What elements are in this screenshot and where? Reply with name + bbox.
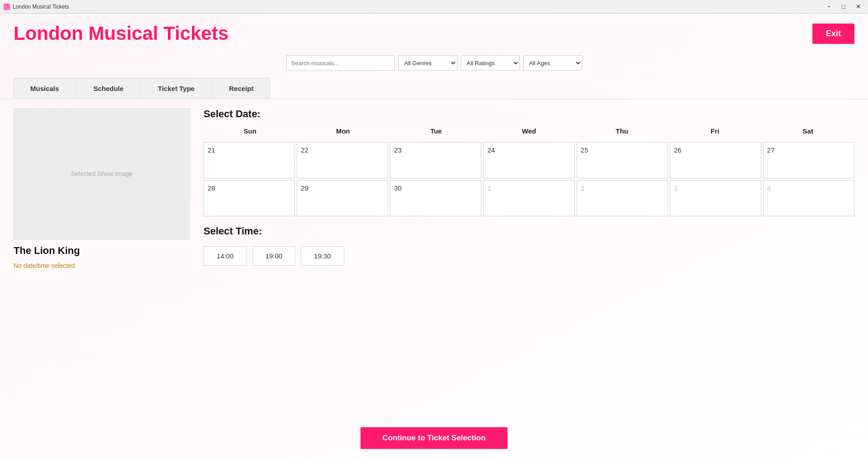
show-image: Selected Show Image [14, 108, 190, 239]
day-sat: Sat [761, 124, 854, 138]
app-header: London Musical Tickets Exit [0, 14, 868, 52]
ages-select[interactable]: All Ages Under 5 5+ 10+ 18+ [523, 55, 582, 71]
calendar-day-24[interactable]: 24 [483, 142, 574, 178]
right-panel: Select Date: Sun Mon Tue Wed Thu Fri Sat… [204, 108, 854, 411]
app-title: London Musical Tickets [14, 23, 228, 44]
calendar-grid: 21 22 23 24 25 26 27 28 29 30 1 2 3 [204, 142, 854, 216]
calendar-header: Sun Mon Tue Wed Thu Fri Sat [204, 124, 854, 138]
app-container: London Musical Tickets Exit All Genres M… [0, 14, 868, 458]
calendar-day-26[interactable]: 26 [670, 142, 761, 178]
time-buttons: 14:00 19:00 19:30 [204, 246, 854, 266]
calendar-day-30[interactable]: 30 [390, 180, 481, 216]
calendar-day-23[interactable]: 23 [390, 142, 481, 178]
date-section: Select Date: Sun Mon Tue Wed Thu Fri Sat… [204, 108, 854, 216]
calendar: Sun Mon Tue Wed Thu Fri Sat 21 22 23 24 [204, 124, 854, 216]
day-thu: Thu [575, 124, 669, 138]
left-panel: Selected Show Image The Lion King No dat… [14, 108, 190, 411]
footer: Continue to Ticket Selection [0, 420, 868, 458]
day-sun: Sun [204, 124, 297, 138]
close-button[interactable]: ✕ [852, 2, 864, 12]
calendar-day-1-next[interactable]: 1 [483, 180, 574, 216]
app-icon [4, 4, 10, 10]
calendar-day-22[interactable]: 22 [297, 142, 388, 178]
time-btn-1900[interactable]: 19:00 [252, 246, 296, 266]
calendar-day-3-next[interactable]: 3 [670, 180, 761, 216]
time-btn-1930[interactable]: 19:30 [301, 246, 344, 266]
main-content: Selected Show Image The Lion King No dat… [0, 99, 868, 420]
day-tue: Tue [389, 124, 483, 138]
calendar-day-27[interactable]: 27 [763, 142, 854, 178]
select-time-label: Select Time: [204, 225, 854, 237]
calendar-day-28[interactable]: 28 [204, 180, 295, 216]
ratings-select[interactable]: All Ratings G PG PG-13 R [461, 55, 520, 71]
minimize-button[interactable]: − [823, 2, 835, 12]
nav-tabs: Musicals Schedule Ticket Type Receipt [0, 78, 868, 99]
tab-ticket-type[interactable]: Ticket Type [141, 78, 211, 99]
calendar-day-25[interactable]: 25 [577, 142, 668, 178]
search-bar: All Genres Musical Comedy Drama Family A… [0, 52, 868, 78]
time-section: Select Time: 14:00 19:00 19:30 [204, 225, 854, 266]
exit-button[interactable]: Exit [812, 24, 854, 44]
maximize-button[interactable]: □ [837, 2, 850, 12]
search-input[interactable] [286, 55, 395, 71]
day-mon: Mon [297, 124, 390, 138]
tab-schedule[interactable]: Schedule [76, 78, 140, 99]
window-controls: − □ ✕ [823, 2, 864, 12]
tab-musicals[interactable]: Musicals [14, 78, 76, 99]
show-datetime: No date/time selected [14, 262, 190, 269]
show-image-placeholder: Selected Show Image [71, 170, 133, 177]
continue-button[interactable]: Continue to Ticket Selection [360, 427, 507, 449]
select-date-label: Select Date: [204, 108, 854, 120]
calendar-day-2-next[interactable]: 2 [577, 180, 668, 216]
title-bar-text: London Musical Tickets [13, 4, 69, 10]
tab-receipt[interactable]: Receipt [212, 78, 270, 99]
calendar-day-4-next[interactable]: 4 [763, 180, 854, 216]
genres-select[interactable]: All Genres Musical Comedy Drama Family [398, 55, 457, 71]
calendar-day-29[interactable]: 29 [297, 180, 388, 216]
title-bar: London Musical Tickets − □ ✕ [0, 0, 868, 14]
calendar-day-21[interactable]: 21 [204, 142, 295, 178]
day-fri: Fri [669, 124, 762, 138]
time-btn-1400[interactable]: 14:00 [204, 246, 247, 266]
day-wed: Wed [483, 124, 576, 138]
show-title: The Lion King [14, 245, 190, 257]
title-bar-left: London Musical Tickets [4, 4, 69, 10]
